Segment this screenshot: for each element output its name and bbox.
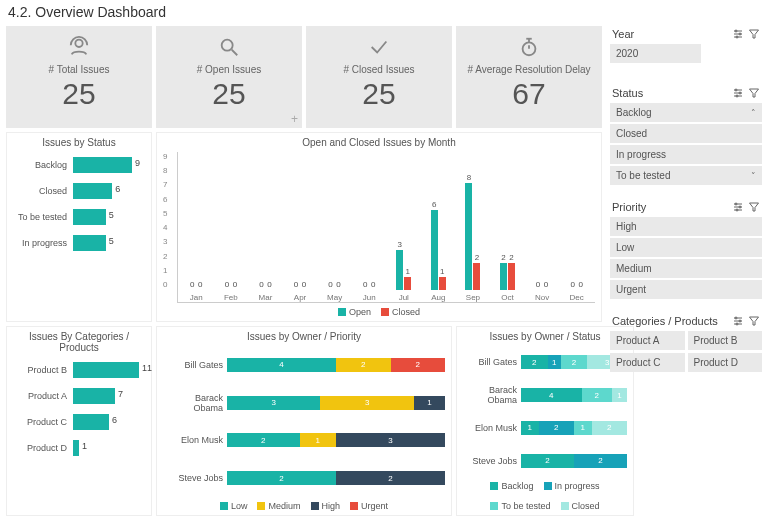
stack-segment[interactable]: 2 xyxy=(227,433,300,447)
bar-row[interactable]: Product B 11 xyxy=(13,357,145,383)
slicer-item-product-c[interactable]: Product C xyxy=(610,353,685,372)
column-bar[interactable]: 3 xyxy=(396,250,403,290)
column-bar[interactable]: 1 xyxy=(404,277,411,290)
clear-filter-icon[interactable] xyxy=(748,87,760,99)
legend-item[interactable]: To be tested xyxy=(490,501,550,511)
month-group[interactable]: 00Jan xyxy=(180,170,213,302)
stack-row[interactable]: Bill Gates422 xyxy=(163,353,445,377)
slicer-item-2020[interactable]: 2020 xyxy=(610,44,701,63)
legend-item[interactable]: Low xyxy=(220,501,248,511)
settings-icon[interactable] xyxy=(732,315,744,327)
slicer-item-high[interactable]: High xyxy=(610,217,762,236)
stack-row[interactable]: Elon Musk213 xyxy=(163,428,445,452)
settings-icon[interactable] xyxy=(732,201,744,213)
stack-segment[interactable]: 4 xyxy=(521,388,582,402)
legend-item[interactable]: Open xyxy=(338,307,371,317)
slicer-item-closed[interactable]: Closed xyxy=(610,124,762,143)
stack-row[interactable]: Elon Musk1212 xyxy=(463,416,627,440)
column-bar[interactable]: 8 xyxy=(465,183,472,290)
stack-segment[interactable]: 4 xyxy=(227,358,336,372)
column-bar[interactable]: 2 xyxy=(500,263,507,290)
month-group[interactable]: 00Dec xyxy=(560,170,593,302)
stack-row[interactable]: Bill Gates2123 xyxy=(463,350,627,374)
slicer-item-product-d[interactable]: Product D xyxy=(688,353,763,372)
clear-filter-icon[interactable] xyxy=(748,201,760,213)
stack-segment[interactable]: 2 xyxy=(539,421,574,435)
month-group[interactable]: 00Feb xyxy=(215,170,248,302)
stack-segment[interactable]: 2 xyxy=(521,454,574,468)
slicer-item-medium[interactable]: Medium xyxy=(610,259,762,278)
bar-row[interactable]: Product C 6 xyxy=(13,409,145,435)
bar-row[interactable]: Backlog 9 xyxy=(13,152,145,178)
month-group[interactable]: 00Jun xyxy=(353,170,386,302)
clear-filter-icon[interactable] xyxy=(748,28,760,40)
slicer-item-backlog[interactable]: Backlog˄ xyxy=(610,103,762,122)
stack-segment[interactable]: 2 xyxy=(227,471,336,485)
stack-row[interactable]: Steve Jobs22 xyxy=(463,449,627,473)
slicer-item-product-b[interactable]: Product B xyxy=(688,331,763,350)
month-group[interactable]: 82Sep xyxy=(457,170,490,302)
chevron-down-icon[interactable]: ˅ xyxy=(751,171,756,181)
legend-item[interactable]: In progress xyxy=(544,481,600,491)
bar-track: 7 xyxy=(73,388,145,404)
chart-issues-by-category[interactable]: Issues By Categories / Products Product … xyxy=(6,326,152,516)
legend-item[interactable]: Urgent xyxy=(350,501,388,511)
column-bar[interactable]: 2 xyxy=(473,263,480,290)
stack-segment[interactable]: 2 xyxy=(521,355,548,369)
stack-segment[interactable]: 1 xyxy=(574,421,592,435)
legend-item[interactable]: Closed xyxy=(561,501,600,511)
chart-issues-by-status[interactable]: Issues by Status Backlog 9 Closed 6 To b… xyxy=(6,132,152,322)
bar-row[interactable]: In progress 5 xyxy=(13,230,145,256)
stack-segment[interactable]: 2 xyxy=(336,471,445,485)
column-bar[interactable]: 1 xyxy=(439,277,446,290)
month-group[interactable]: 31Jul xyxy=(387,170,420,302)
stack-segment[interactable]: 1 xyxy=(548,355,561,369)
plus-icon[interactable]: + xyxy=(291,112,298,126)
chart-open-closed-by-month[interactable]: Open and Closed Issues by Month 98765432… xyxy=(156,132,602,322)
chart-owner-priority[interactable]: Issues by Owner / Priority Bill Gates422… xyxy=(156,326,452,516)
month-group[interactable]: 00Apr xyxy=(284,170,317,302)
stack-segment[interactable]: 2 xyxy=(561,355,588,369)
legend-item[interactable]: Medium xyxy=(257,501,300,511)
kpi-closed-issues[interactable]: # Closed Issues 25 xyxy=(306,26,452,128)
stack-segment[interactable]: 2 xyxy=(391,358,446,372)
stack-segment[interactable]: 3 xyxy=(336,433,445,447)
kpi-open-issues[interactable]: # Open Issues 25 + xyxy=(156,26,302,128)
bar-row[interactable]: Product D 1 xyxy=(13,435,145,461)
stack-segment[interactable]: 3 xyxy=(227,396,320,410)
legend-item[interactable]: Closed xyxy=(381,307,420,317)
kpi-avg-resolution-delay[interactable]: # Average Resolution Delay 67 xyxy=(456,26,602,128)
stack-segment[interactable]: 2 xyxy=(336,358,391,372)
stack-row[interactable]: Barack Obama331 xyxy=(163,391,445,415)
month-group[interactable]: 00Nov xyxy=(526,170,559,302)
kpi-value: 25 xyxy=(362,77,395,111)
stack-segment[interactable]: 3 xyxy=(320,396,413,410)
stack-row[interactable]: Steve Jobs22 xyxy=(163,466,445,490)
slicer-item-low[interactable]: Low xyxy=(610,238,762,257)
chart-title: Issues by Owner / Priority xyxy=(163,331,445,342)
settings-icon[interactable] xyxy=(732,28,744,40)
column-bar[interactable]: 6 xyxy=(431,210,438,290)
slicer-item-product-a[interactable]: Product A xyxy=(610,331,685,350)
slicer-item-urgent[interactable]: Urgent xyxy=(610,280,762,299)
slicer-item-in-progress[interactable]: In progress xyxy=(610,145,762,164)
chevron-up-icon[interactable]: ˄ xyxy=(751,108,756,118)
bar-row[interactable]: Product A 7 xyxy=(13,383,145,409)
stack-segment[interactable]: 1 xyxy=(300,433,336,447)
bar-row[interactable]: To be tested 5 xyxy=(13,204,145,230)
kpi-total-issues[interactable]: # Total Issues 25 xyxy=(6,26,152,128)
stack-row[interactable]: Barack Obama421 xyxy=(463,383,627,407)
stack-segment[interactable]: 1 xyxy=(521,421,539,435)
month-group[interactable]: 00Mar xyxy=(249,170,282,302)
column-bar[interactable]: 2 xyxy=(508,263,515,290)
clear-filter-icon[interactable] xyxy=(748,315,760,327)
month-group[interactable]: 00May xyxy=(318,170,351,302)
stack-segment[interactable]: 1 xyxy=(414,396,445,410)
bar-row[interactable]: Closed 6 xyxy=(13,178,145,204)
legend-item[interactable]: Backlog xyxy=(490,481,533,491)
legend-item[interactable]: High xyxy=(311,501,341,511)
month-group[interactable]: 61Aug xyxy=(422,170,455,302)
settings-icon[interactable] xyxy=(732,87,744,99)
month-group[interactable]: 22Oct xyxy=(491,170,524,302)
slicer-item-to-be-tested[interactable]: To be tested˅ xyxy=(610,166,762,185)
